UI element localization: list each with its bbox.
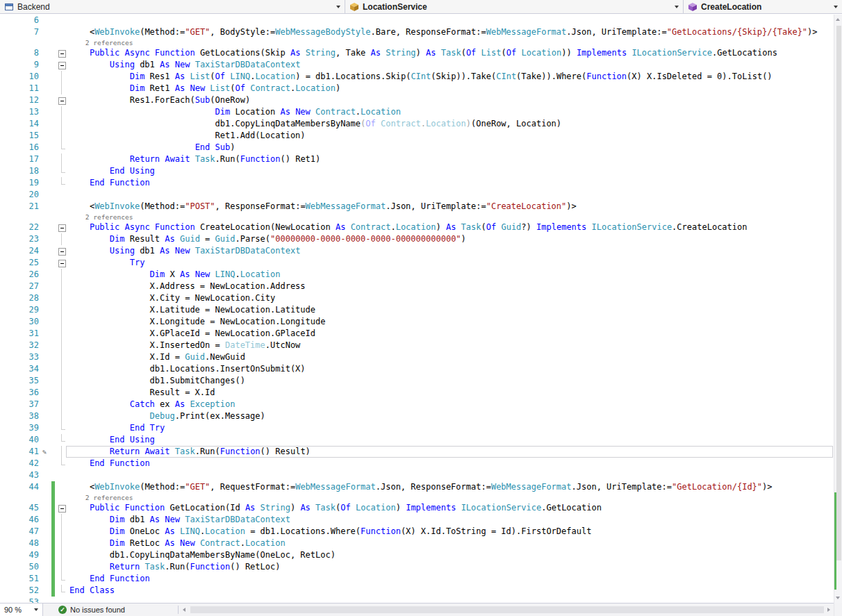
- breakpoint-margin[interactable]: [0, 83, 14, 94]
- code-line[interactable]: 19 End Function: [0, 177, 834, 189]
- scroll-left-arrow-icon[interactable]: [183, 608, 185, 612]
- code-text[interactable]: Public Async Function GetLocations(Skip …: [68, 47, 834, 59]
- code-line[interactable]: 15 Ret1.Add(Location): [0, 130, 834, 142]
- line-number[interactable]: 28: [14, 292, 39, 304]
- line-number[interactable]: 44: [14, 481, 39, 493]
- breakpoint-margin[interactable]: [0, 201, 14, 213]
- code-text[interactable]: X.Id = Guid.NewGuid: [68, 351, 834, 363]
- code-line[interactable]: 22 Public Async Function CreateLocation(…: [0, 222, 834, 233]
- line-number[interactable]: 48: [14, 538, 39, 549]
- fold-toggle-icon[interactable]: [58, 224, 66, 232]
- code-text[interactable]: Debug.Print(ex.Message): [68, 410, 834, 422]
- line-number[interactable]: 15: [14, 130, 39, 142]
- line-number[interactable]: 33: [14, 351, 39, 363]
- breakpoint-margin[interactable]: [0, 292, 14, 304]
- line-number[interactable]: 27: [14, 281, 39, 292]
- code-text[interactable]: X.Longitude = NewLocation.Longitude: [68, 316, 834, 328]
- breakpoint-margin[interactable]: [0, 502, 14, 514]
- code-line[interactable]: 44 <WebInvoke(Method:="GET", RequestForm…: [0, 481, 834, 493]
- code-text[interactable]: Try: [68, 257, 834, 269]
- line-number[interactable]: [14, 213, 39, 222]
- code-line[interactable]: 10 Dim Res1 As List(Of LINQ.Location) = …: [0, 71, 834, 83]
- zoom-select[interactable]: 90 %: [0, 603, 43, 616]
- line-number[interactable]: 23: [14, 233, 39, 245]
- code-line[interactable]: 26 Dim X As New LINQ.Location: [0, 269, 834, 281]
- code-text[interactable]: Using db1 As New TaxiStarDBDataContext: [68, 59, 834, 71]
- breakpoint-margin[interactable]: [0, 434, 14, 446]
- code-line[interactable]: 7 <WebInvoke(Method:="GET", BodyStyle:=W…: [0, 26, 834, 38]
- line-number[interactable]: 18: [14, 165, 39, 177]
- line-number[interactable]: 53: [14, 597, 39, 603]
- code-line[interactable]: 47 Dim OneLoc As LINQ.Location = db1.Loc…: [0, 526, 834, 538]
- code-text[interactable]: End Function: [68, 573, 834, 585]
- breakpoint-margin[interactable]: [0, 573, 14, 585]
- code-line[interactable]: 11 Dim Ret1 As New List(Of Contract.Loca…: [0, 83, 834, 94]
- code-line[interactable]: 42 End Function: [0, 458, 834, 469]
- codelens-row[interactable]: 2 references: [0, 213, 834, 222]
- code-line[interactable]: 25 Try: [0, 257, 834, 269]
- code-text[interactable]: Using db1 As New TaxiStarDBDataContext: [68, 245, 834, 257]
- breakpoint-margin[interactable]: [0, 26, 14, 38]
- line-number[interactable]: 8: [14, 47, 39, 59]
- line-number[interactable]: 20: [14, 189, 39, 201]
- breakpoint-margin[interactable]: [0, 153, 14, 165]
- code-line[interactable]: 30 X.Longitude = NewLocation.Longitude: [0, 316, 834, 328]
- code-line[interactable]: 35 db1.SubmitChanges(): [0, 375, 834, 387]
- code-line[interactable]: 20: [0, 189, 834, 201]
- line-number[interactable]: 10: [14, 71, 39, 83]
- line-number[interactable]: 21: [14, 201, 39, 213]
- code-line[interactable]: 37 Catch ex As Exception: [0, 399, 834, 410]
- fold-toggle-icon[interactable]: [58, 50, 66, 58]
- code-text[interactable]: db1.Locations.InsertOnSubmit(X): [68, 363, 834, 375]
- code-line[interactable]: 12 Res1.ForEach(Sub(OneRow): [0, 94, 834, 106]
- line-number[interactable]: 14: [14, 118, 39, 130]
- codelens-references[interactable]: 2 references: [68, 493, 834, 502]
- code-line[interactable]: 13 Dim Location As New Contract.Location: [0, 106, 834, 118]
- project-dropdown[interactable]: Backend: [0, 0, 345, 13]
- line-number[interactable]: 13: [14, 106, 39, 118]
- breakpoint-margin[interactable]: [0, 245, 14, 257]
- code-line[interactable]: 36 Result = X.Id: [0, 387, 834, 399]
- code-line[interactable]: 23 Dim Result As Guid = Guid.Parse("0000…: [0, 233, 834, 245]
- breakpoint-margin[interactable]: [0, 130, 14, 142]
- code-text[interactable]: Dim Res1 As List(Of LINQ.Location) = db1…: [68, 71, 834, 83]
- line-number[interactable]: 35: [14, 375, 39, 387]
- code-text[interactable]: [68, 469, 834, 481]
- line-number[interactable]: 47: [14, 526, 39, 538]
- line-number[interactable]: 6: [14, 15, 39, 26]
- line-number[interactable]: 43: [14, 469, 39, 481]
- line-number[interactable]: 19: [14, 177, 39, 189]
- code-text[interactable]: Return Await Task.Run(Function() Result): [68, 446, 834, 458]
- breakpoint-margin[interactable]: [0, 597, 14, 603]
- breakpoint-margin[interactable]: [0, 233, 14, 245]
- code-line[interactable]: 32 X.InsertedOn = DateTime.UtcNow: [0, 340, 834, 351]
- code-line[interactable]: 51 End Function: [0, 573, 834, 585]
- breakpoint-margin[interactable]: [0, 59, 14, 71]
- line-number[interactable]: 24: [14, 245, 39, 257]
- code-text[interactable]: db1.SubmitChanges(): [68, 375, 834, 387]
- code-line[interactable]: 39 End Try: [0, 422, 834, 434]
- code-text[interactable]: db1.CopyLinqDataMembersByName(Of Contrac…: [68, 118, 834, 130]
- line-number[interactable]: 26: [14, 269, 39, 281]
- code-line[interactable]: 41✎ Return Await Task.Run(Function() Res…: [0, 446, 834, 458]
- code-text[interactable]: End Using: [68, 434, 834, 446]
- code-line[interactable]: 24 Using db1 As New TaxiStarDBDataContex…: [0, 245, 834, 257]
- line-number[interactable]: 7: [14, 26, 39, 38]
- breakpoint-margin[interactable]: [0, 351, 14, 363]
- fold-toggle-icon[interactable]: [58, 97, 66, 105]
- breakpoint-margin[interactable]: [0, 71, 14, 83]
- line-number[interactable]: 12: [14, 94, 39, 106]
- code-text[interactable]: Dim Location As New Contract.Location: [68, 106, 834, 118]
- breakpoint-margin[interactable]: [0, 538, 14, 549]
- code-text[interactable]: Dim Ret1 As New List(Of Contract.Locatio…: [68, 83, 834, 94]
- line-number[interactable]: 50: [14, 561, 39, 573]
- line-number[interactable]: 29: [14, 304, 39, 316]
- code-line[interactable]: 17 Return Await Task.Run(Function() Ret1…: [0, 153, 834, 165]
- breakpoint-margin[interactable]: [0, 585, 14, 597]
- code-text[interactable]: Public Async Function CreateLocation(New…: [68, 222, 834, 233]
- code-text[interactable]: Return Await Task.Run(Function() Ret1): [68, 153, 834, 165]
- fold-toggle-icon[interactable]: [58, 505, 66, 513]
- code-text[interactable]: Dim RetLoc As New Contract.Location: [68, 538, 834, 549]
- code-text[interactable]: End Class: [68, 585, 834, 597]
- breakpoint-margin[interactable]: [0, 47, 14, 59]
